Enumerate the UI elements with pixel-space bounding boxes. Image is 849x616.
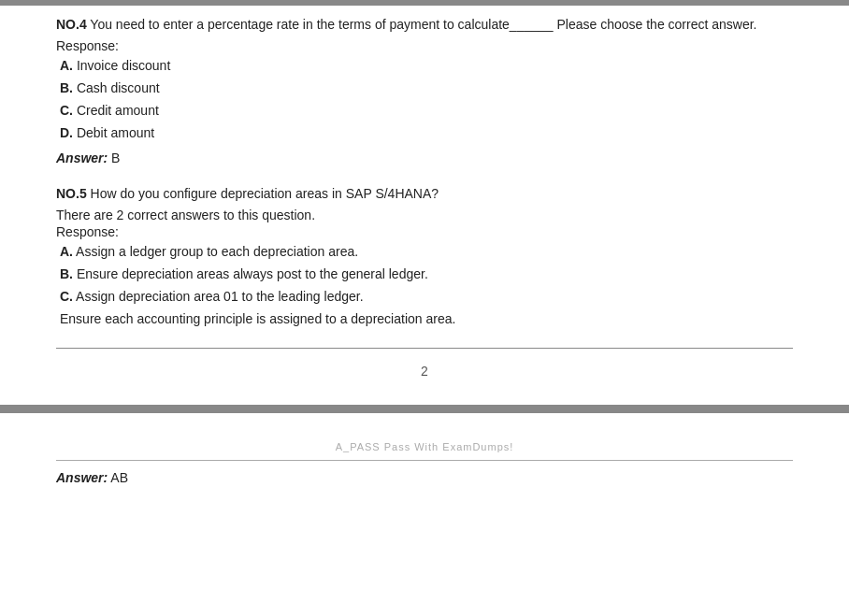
question-4-response-label: Response: [56, 38, 793, 53]
q5-option-c-letter: C. [60, 289, 73, 304]
q4-option-b-text: Cash discount [73, 80, 160, 95]
q5-extra-text: Ensure each accounting principle is assi… [60, 309, 793, 329]
q4-option-d-text: Debit amount [73, 125, 154, 140]
q4-option-c: C. Credit amount [60, 101, 793, 121]
q4-option-a-letter: A. [60, 58, 73, 73]
q4-answer-label: Answer: [56, 150, 108, 165]
q5-option-b-text: Ensure depreciation areas always post to… [73, 266, 428, 281]
q4-answer-value: B [108, 150, 120, 165]
page-divider [56, 348, 793, 349]
question-4-text: You need to enter a percentage rate in t… [87, 17, 757, 32]
footer-answer-label: Answer: [56, 470, 108, 485]
footer-answer: Answer: AB [56, 470, 793, 485]
q4-option-b-letter: B. [60, 80, 73, 95]
question-5-block: NO.5 How do you configure depreciation a… [56, 184, 793, 329]
q5-option-a-text: Assign a ledger group to each depreciati… [73, 244, 358, 259]
q5-option-a-letter: A. [60, 244, 73, 259]
watermark: A_PASS Pass With ExamDumps! [56, 441, 793, 461]
footer-section: A_PASS Pass With ExamDumps! Answer: AB [0, 409, 849, 494]
q5-option-b: B. Ensure depreciation areas always post… [60, 265, 793, 284]
q4-option-d-letter: D. [60, 125, 73, 140]
question-4-title: NO.4 You need to enter a percentage rate… [56, 15, 793, 35]
page-number: 2 [56, 364, 793, 379]
question-4-answer: Answer: B [56, 150, 793, 165]
q4-option-c-text: Credit amount [73, 103, 159, 118]
question-4-number: NO.4 [56, 17, 87, 32]
q5-option-b-letter: B. [60, 266, 73, 281]
question-5-title: NO.5 How do you configure depreciation a… [56, 184, 793, 204]
page-content: NO.4 You need to enter a percentage rate… [0, 6, 849, 405]
q4-option-a: A. Invoice discount [60, 56, 793, 76]
q4-option-c-letter: C. [60, 103, 73, 118]
question-5-sub-text: There are 2 correct answers to this ques… [56, 208, 793, 222]
footer-answer-value: AB [108, 470, 128, 485]
q5-option-c-text: Assign depreciation area 01 to the leadi… [73, 289, 364, 304]
question-5-text: How do you configure depreciation areas … [87, 186, 439, 201]
q4-option-a-text: Invoice discount [73, 58, 170, 73]
question-4-block: NO.4 You need to enter a percentage rate… [56, 15, 793, 165]
question-5-number: NO.5 [56, 186, 87, 201]
q5-option-a: A. Assign a ledger group to each depreci… [60, 242, 793, 262]
q4-option-d: D. Debit amount [60, 123, 793, 143]
q4-option-b: B. Cash discount [60, 79, 793, 98]
question-5-response-label: Response: [56, 224, 793, 239]
q5-option-c: C. Assign depreciation area 01 to the le… [60, 287, 793, 307]
